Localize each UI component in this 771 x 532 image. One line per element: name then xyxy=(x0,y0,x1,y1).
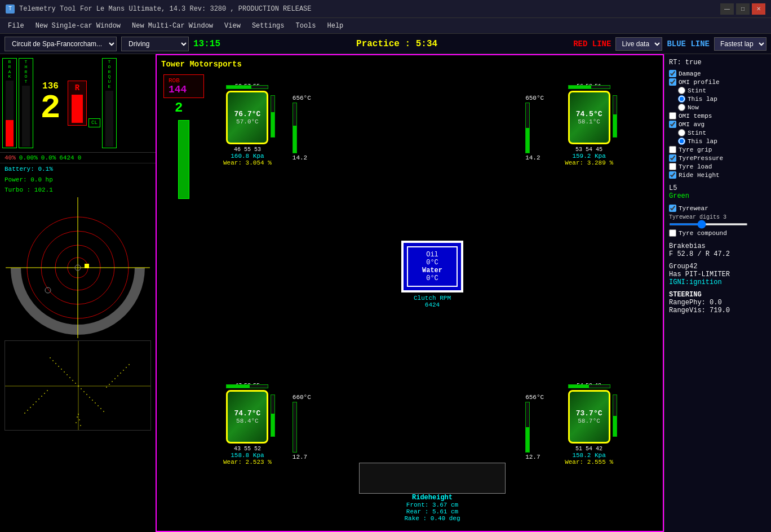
tyre-pressure-checkbox[interactable] xyxy=(669,154,676,162)
svg-point-43 xyxy=(123,370,124,371)
rl-wear: Wear: 2.523 % xyxy=(223,459,272,466)
battery-row: Battery: 0.1% xyxy=(0,163,156,175)
pct-row: 40% 0.00% 0.0% 6424 0 xyxy=(0,153,156,163)
range-vis-label: RangeVis: 719.0 xyxy=(669,307,766,314)
this-lap-radio[interactable] xyxy=(678,95,685,103)
steering-title: STEERING xyxy=(669,291,766,299)
fr-side-bar-fill xyxy=(613,114,617,137)
tyre-pressure-label: TyrePressure xyxy=(679,155,723,162)
throt-label: THROT xyxy=(25,60,28,85)
brak-pct: 40% xyxy=(5,154,16,161)
throt-pct: 0.00% xyxy=(19,154,38,161)
fr-brake-temp: 650°C xyxy=(525,95,544,101)
omi-avg-stint-radio[interactable] xyxy=(678,129,685,136)
svg-point-29 xyxy=(103,411,104,412)
svg-point-24 xyxy=(58,366,59,367)
l5-section: L5 Green xyxy=(669,184,766,200)
stint-radio[interactable] xyxy=(678,87,685,94)
power-label: Power: 0.0 hp xyxy=(5,176,53,183)
cl-label: CL xyxy=(91,120,98,126)
damage-label: Damage xyxy=(679,70,701,77)
brak-gauge: BRAK xyxy=(2,58,17,148)
omi-temps-checkbox[interactable] xyxy=(669,112,676,119)
omi-avg-this-lap-radio[interactable] xyxy=(678,138,685,145)
mode-select[interactable]: Driving xyxy=(121,37,189,51)
fastest-lap-select[interactable]: Fastest lap xyxy=(714,37,766,51)
close-button[interactable]: ✕ xyxy=(752,3,765,15)
maximize-button[interactable]: □ xyxy=(736,3,750,15)
tyre-compound-checkbox[interactable] xyxy=(669,229,676,237)
menu-view[interactable]: View xyxy=(219,20,246,32)
minimize-button[interactable]: — xyxy=(720,3,734,15)
brakebias-section: Brakebias F 52.8 / R 47.2 xyxy=(669,242,766,258)
circuit-select[interactable]: Circuit de Spa-Francorcham... xyxy=(5,37,117,51)
tyre-area: 50 57 55 76.7°C 57.0°C xyxy=(206,72,658,522)
rr-brake-area: 656°C 12.7 xyxy=(525,394,544,460)
fr-brake-bar-fill xyxy=(526,128,529,153)
menu-new-single[interactable]: New Single-car Window xyxy=(30,20,126,32)
svg-point-26 xyxy=(55,363,56,364)
menu-new-multi[interactable]: New Multi-Car Window xyxy=(126,20,219,32)
current-time: 13:15 xyxy=(193,39,220,49)
rob-section: ROB 144 2 xyxy=(161,72,206,522)
svg-point-37 xyxy=(114,378,116,379)
svg-point-28 xyxy=(52,360,54,361)
svg-point-48 xyxy=(24,413,25,414)
omi-avg-checkbox[interactable] xyxy=(669,121,676,128)
pit-limiter-label: Has PIT-LIMITER xyxy=(669,271,766,278)
fr-temps-below: 53 54 45 xyxy=(575,147,602,153)
range-phy-label: RangePhy: 0.0 xyxy=(669,299,766,307)
torque-label: TORQUE xyxy=(108,60,110,90)
fl-side-bar xyxy=(271,95,275,138)
fl-brake-bar xyxy=(293,103,297,153)
blue-line-label: BLUE LINE xyxy=(667,39,710,48)
now-radio[interactable] xyxy=(678,104,685,111)
tyrewear-checkbox[interactable] xyxy=(669,205,676,212)
tyrewear-digits-slider[interactable] xyxy=(669,223,748,225)
brak-bar-fill xyxy=(6,120,14,147)
menu-file[interactable]: File xyxy=(2,20,30,32)
rideheight-section: Rideheight Front: 3.67 cm Rear : 5.61 cm… xyxy=(359,463,506,522)
menu-help[interactable]: Help xyxy=(322,20,349,32)
group-section: Group42 Has PIT-LIMITER IGNI:ignition xyxy=(669,263,766,286)
omi-profile-checkbox[interactable] xyxy=(669,78,676,86)
rr-brake-bar-fill xyxy=(526,427,529,452)
fl-brake-area: 656°C 14.2 xyxy=(293,95,311,161)
rr-top-bar xyxy=(568,384,610,388)
rr-tyre-box: 73.7°C 58.7°C xyxy=(568,390,610,444)
fl-temp-inner: 57.0°C xyxy=(236,118,259,125)
menu-tools[interactable]: Tools xyxy=(290,20,322,32)
rob-display: ROB 144 xyxy=(163,74,204,98)
tyre-pressure-row: TyrePressure xyxy=(669,154,766,162)
app-icon: T xyxy=(6,5,15,14)
rr-kpa: 158.2 Kpa xyxy=(572,452,605,459)
rl-kpa: 158.8 Kpa xyxy=(231,452,264,459)
fr-kpa: 159.2 Kpa xyxy=(572,153,605,159)
menu-settings[interactable]: Settings xyxy=(246,20,290,32)
ride-height-checkbox[interactable] xyxy=(669,171,676,179)
rt-section: RT: true xyxy=(669,59,766,66)
svg-point-42 xyxy=(33,404,34,405)
live-data-select[interactable]: Live data xyxy=(615,37,662,51)
tyre-load-row: Tyre load xyxy=(669,163,766,170)
fl-side-bar-fill xyxy=(271,112,274,137)
rr-brake-temp: 656°C xyxy=(525,394,544,401)
tyre-grip-checkbox[interactable] xyxy=(669,146,676,153)
throt-bar-container xyxy=(22,86,30,147)
r-label: R xyxy=(75,83,79,92)
ride-height-row: Ride Height xyxy=(669,171,766,179)
cl-box: CL xyxy=(88,118,100,127)
steering-section: STEERING RangePhy: 0.0 RangeVis: 719.0 xyxy=(669,291,766,314)
rr-side-bar-fill xyxy=(613,416,617,437)
svg-point-38 xyxy=(38,398,39,400)
tyre-load-checkbox[interactable] xyxy=(669,163,676,170)
omi-temps-row: OMI temps xyxy=(669,112,766,119)
engine-water-temp: 0°C xyxy=(411,274,453,282)
rl-tyre-wrap: 74.7°C 58.4°C xyxy=(226,390,268,444)
damage-checkbox[interactable] xyxy=(669,70,676,77)
titlebar: T Telemetry Tool For Le Mans Ultimate, 1… xyxy=(0,0,771,18)
rob-label: ROB xyxy=(169,77,199,84)
throt-gauge: THROT xyxy=(19,58,33,148)
omi-avg-label: OMI avg xyxy=(679,121,704,128)
rl-side-bar xyxy=(271,394,275,437)
